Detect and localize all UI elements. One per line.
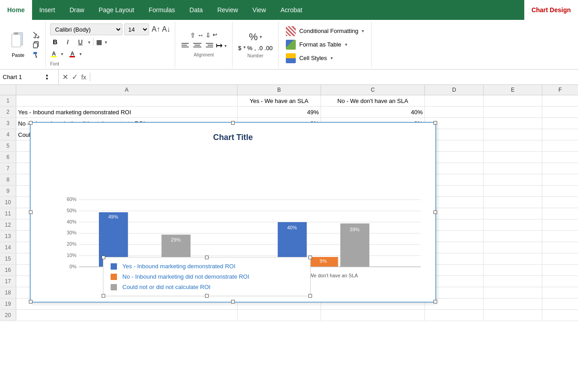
cell-c1[interactable]: No - We don't have an SLA <box>321 95 425 106</box>
cell-styles-dropdown[interactable]: ▾ <box>331 56 333 61</box>
cell-e3[interactable] <box>484 118 542 129</box>
legend-handle-ne[interactable] <box>308 256 312 259</box>
conditional-formatting-icon <box>286 26 296 36</box>
svg-text:0%: 0% <box>70 264 77 269</box>
cut-button[interactable] <box>31 30 42 39</box>
col-header-b[interactable]: B <box>238 85 321 95</box>
tab-insert[interactable]: Insert <box>32 0 62 20</box>
cell-e4[interactable] <box>484 129 542 140</box>
copy-button[interactable] <box>31 40 42 49</box>
tab-acrobat[interactable]: Acrobat <box>273 0 309 20</box>
font-color-dropdown[interactable]: ▾ <box>79 51 82 56</box>
fx-button[interactable]: fx <box>81 74 86 81</box>
cell-e1[interactable] <box>484 95 542 106</box>
decrease-decimal-button[interactable]: .00 <box>265 45 273 51</box>
cell-f4[interactable] <box>542 129 578 140</box>
align-left-icon[interactable] <box>181 41 191 51</box>
legend-handle-sw[interactable] <box>102 294 105 298</box>
legend-handle-n[interactable] <box>205 256 209 259</box>
tab-page-layout[interactable]: Page Layout <box>92 0 142 20</box>
font-grow-icon[interactable]: A↑ <box>152 25 160 33</box>
font-size-select[interactable]: 14 <box>124 23 149 35</box>
col-header-d[interactable]: D <box>425 85 484 95</box>
cell-name-arrows[interactable]: ▲ ▼ <box>45 74 49 81</box>
resize-handle-e[interactable] <box>434 210 437 214</box>
italic-button[interactable]: I <box>63 37 73 47</box>
underline-arrow[interactable]: ▾ <box>88 40 90 45</box>
chart-container[interactable]: Chart Title 60% 50% 40% 30% 20% 10% 0% 4… <box>30 122 436 303</box>
tab-chart-design[interactable]: Chart Design <box>524 0 578 20</box>
highlight-dropdown[interactable]: ▾ <box>61 51 63 56</box>
highlight-color-button[interactable]: A ▾ <box>50 49 63 59</box>
align-top-button[interactable]: ⇧ <box>190 32 196 39</box>
tab-review[interactable]: Review <box>210 0 245 20</box>
align-right-icon[interactable] <box>204 41 214 51</box>
resize-handle-n[interactable] <box>231 121 235 125</box>
resize-handle-se[interactable] <box>434 300 437 303</box>
conditional-formatting-dropdown[interactable]: ▾ <box>362 28 364 33</box>
legend-handle-s[interactable] <box>205 294 209 298</box>
legend-handle-nw[interactable] <box>102 256 105 259</box>
cell-f3[interactable] <box>542 118 578 129</box>
currency-button[interactable]: $ <box>238 45 241 51</box>
font-name-select[interactable]: Calibri (Body) <box>50 23 122 35</box>
cell-a2[interactable]: Yes - Inbound marketing demonstrated ROI <box>16 107 238 117</box>
tab-view[interactable]: View <box>245 0 273 20</box>
col-header-e[interactable]: E <box>484 85 542 95</box>
format-as-table-dropdown[interactable]: ▾ <box>345 42 347 47</box>
cell-f1[interactable] <box>542 95 578 106</box>
col-header-a[interactable]: A <box>16 85 238 95</box>
paste-button[interactable]: Paste <box>7 29 29 61</box>
tab-draw[interactable]: Draw <box>62 0 92 20</box>
legend-handle-se[interactable] <box>308 294 312 298</box>
tab-formulas[interactable]: Formulas <box>141 0 182 20</box>
currency-dropdown[interactable]: ▾ <box>243 45 246 51</box>
border-button[interactable]: ▦ <box>96 38 102 46</box>
font-color-button[interactable]: A ▾ <box>69 49 82 59</box>
format-as-table-button[interactable]: Format as Table ▾ <box>283 38 367 51</box>
wrap-text-button[interactable]: ↩ <box>213 32 217 39</box>
format-painter-button[interactable] <box>31 50 42 59</box>
cell-b1[interactable]: Yes - We have an SLA <box>238 95 321 106</box>
col-header-c[interactable]: C <box>321 85 425 95</box>
svg-text:30%: 30% <box>67 230 77 236</box>
confirm-formula-button[interactable]: ✓ <box>72 73 78 81</box>
resize-handle-s[interactable] <box>231 300 235 303</box>
increase-decimal-button[interactable]: .0 <box>258 45 263 51</box>
percent-button[interactable]: % <box>247 45 253 51</box>
tab-data[interactable]: Data <box>182 0 210 20</box>
bold-button[interactable]: B <box>50 37 60 47</box>
merge-dropdown[interactable]: ▾ <box>224 43 227 48</box>
font-shrink-icon[interactable]: A↓ <box>162 25 171 33</box>
cell-d2[interactable] <box>425 107 484 117</box>
cell-e2[interactable] <box>484 107 542 117</box>
underline-button[interactable]: U <box>75 37 85 47</box>
number-format-dropdown[interactable]: ▾ <box>260 34 262 39</box>
cell-f2[interactable] <box>542 107 578 117</box>
align-middle-button[interactable]: ↔ <box>197 32 204 39</box>
tab-home[interactable]: Home <box>0 0 32 20</box>
resize-handle-nw[interactable] <box>29 121 33 125</box>
number-group: % ▾ $ ▾ % , .0 .00 Number <box>233 22 278 67</box>
cell-c2[interactable]: 40% <box>321 107 425 117</box>
table-row: 20 <box>0 310 578 321</box>
chart-title: Chart Title <box>213 133 253 142</box>
merge-center-button[interactable]: ↦ <box>216 41 223 51</box>
font-name-row: Calibri (Body) 14 A↑ A↓ <box>50 23 170 35</box>
cell-b2[interactable]: 49% <box>238 107 321 117</box>
align-bottom-button[interactable]: ⇩ <box>205 32 211 39</box>
cell-name-input[interactable] <box>3 74 43 80</box>
resize-handle-w[interactable] <box>29 210 33 214</box>
cell-styles-button[interactable]: Cell Styles ▾ <box>283 52 367 65</box>
border-arrow[interactable]: ▾ <box>105 40 107 45</box>
conditional-formatting-button[interactable]: Conditional Formatting ▾ <box>283 25 367 37</box>
align-center-icon[interactable] <box>192 41 202 51</box>
comma-button[interactable]: , <box>254 45 256 51</box>
formula-input[interactable] <box>90 70 578 85</box>
cell-a1[interactable] <box>16 95 238 106</box>
resize-handle-ne[interactable] <box>434 121 437 125</box>
col-header-f[interactable]: F <box>542 85 578 95</box>
resize-handle-sw[interactable] <box>29 300 33 303</box>
cancel-formula-button[interactable]: ✕ <box>62 73 68 81</box>
cell-d1[interactable] <box>425 95 484 106</box>
